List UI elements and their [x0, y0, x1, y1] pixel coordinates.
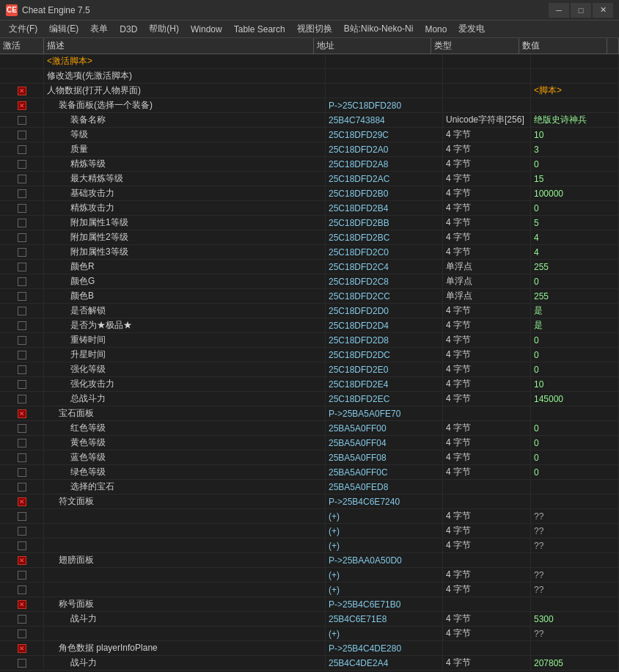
checkbox-empty[interactable]	[18, 512, 26, 521]
menu-item-B--Niko-Neko-Ni[interactable]: B站:Niko-Neko-Ni	[338, 21, 420, 37]
activate-cell[interactable]	[0, 260, 44, 274]
table-row[interactable]: (+)4 字节??	[0, 509, 619, 524]
table-row[interactable]: 质量25C18DFD2A04 字节3	[0, 142, 619, 157]
table-row[interactable]: ✕装备面板(选择一个装备)P->25C18DFD280	[0, 98, 619, 113]
checkbox-empty[interactable]	[18, 571, 26, 580]
activate-cell[interactable]	[0, 480, 44, 494]
checkbox-red-x[interactable]: ✕	[18, 409, 26, 418]
activate-cell[interactable]	[0, 392, 44, 406]
checkbox-red-x[interactable]: ✕	[18, 556, 26, 565]
activate-cell[interactable]: ✕	[0, 84, 44, 98]
checkbox-empty[interactable]	[18, 307, 26, 315]
activate-cell[interactable]	[0, 157, 44, 171]
table-row[interactable]: 是否解锁25C18DFD2D04 字节是	[0, 304, 619, 318]
menu-item-Window[interactable]: Window	[185, 21, 228, 37]
checkbox-empty[interactable]	[18, 541, 26, 550]
checkbox-empty[interactable]	[18, 527, 26, 536]
activate-cell[interactable]	[0, 509, 44, 523]
checkbox-empty[interactable]	[18, 233, 26, 242]
checkbox-empty[interactable]	[18, 659, 26, 668]
table-row[interactable]: 精炼等级25C18DFD2A84 字节0	[0, 157, 619, 172]
menu-item----[interactable]: 爱发电	[453, 21, 491, 37]
activate-cell[interactable]	[0, 216, 44, 230]
table-row[interactable]: 强化攻击力25C18DFD2E44 字节10	[0, 377, 619, 392]
table-row[interactable]: ✕宝石面板P->25BA5A0FE70	[0, 406, 619, 421]
activate-cell[interactable]: ✕	[0, 98, 44, 112]
table-row[interactable]: (+)4 字节??	[0, 524, 619, 538]
table-row[interactable]: 蓝色等级25BA5A0FF084 字节0	[0, 450, 619, 465]
activate-cell[interactable]	[0, 142, 44, 156]
checkbox-empty[interactable]	[18, 116, 26, 125]
table-row[interactable]: (+)4 字节??	[0, 627, 619, 641]
menu-item----H-[interactable]: 帮助(H)	[143, 21, 185, 37]
table-row[interactable]: 颜色B25C18DFD2CC单浮点255	[0, 289, 619, 304]
activate-cell[interactable]	[0, 377, 44, 391]
activate-cell[interactable]	[0, 656, 44, 670]
checkbox-empty[interactable]	[18, 204, 26, 213]
menu-item-D3D[interactable]: D3D	[114, 21, 143, 37]
activate-cell[interactable]	[0, 318, 44, 332]
table-row[interactable]: 颜色R25C18DFD2C4单浮点255	[0, 260, 619, 274]
activate-cell[interactable]	[0, 450, 44, 464]
table-row[interactable]: 总战斗力25C18DFD2EC4 字节145000	[0, 392, 619, 406]
menu-item----F-[interactable]: 文件(F)	[3, 21, 43, 37]
menu-item-Mono[interactable]: Mono	[419, 21, 453, 37]
checkbox-empty[interactable]	[18, 131, 26, 139]
table-row[interactable]: 重铸时间25C18DFD2D84 字节0	[0, 333, 619, 348]
table-row[interactable]: ✕翅膀面板P->25BAA0A50D0	[0, 553, 619, 568]
activate-cell[interactable]	[0, 230, 44, 244]
table-row[interactable]: ✕称号面板P->25B4C6E71B0	[0, 597, 619, 612]
activate-cell[interactable]	[0, 421, 44, 435]
checkbox-red-x[interactable]: ✕	[18, 87, 26, 95]
table-row[interactable]: 附加属性1等级25C18DFD2BB4 字节5	[0, 216, 619, 230]
checkbox-red-x[interactable]: ✕	[18, 497, 26, 506]
table-row[interactable]: 红色等级25BA5A0FF004 字节0	[0, 421, 619, 436]
checkbox-red-x[interactable]: ✕	[18, 101, 26, 110]
activate-cell[interactable]	[0, 172, 44, 186]
checkbox-empty[interactable]	[18, 145, 26, 154]
table-row[interactable]: ✕人物数据(打开人物界面)<脚本>	[0, 84, 619, 98]
activate-cell[interactable]	[0, 128, 44, 142]
activate-cell[interactable]	[0, 582, 44, 596]
table-row[interactable]: 是否为★极品★25C18DFD2D44 字节是	[0, 318, 619, 333]
checkbox-empty[interactable]	[18, 483, 26, 492]
checkbox-empty[interactable]	[18, 439, 26, 448]
checkbox-empty[interactable]	[18, 585, 26, 594]
table-row[interactable]: ✕角色数据 playerInfoPlaneP->25B4C4DE280	[0, 641, 619, 656]
checkbox-empty[interactable]	[18, 351, 26, 359]
menu-item-Table-Search[interactable]: Table Search	[228, 21, 291, 37]
activate-cell[interactable]	[0, 538, 44, 552]
activate-cell[interactable]	[0, 568, 44, 582]
minimize-button[interactable]: ─	[549, 3, 569, 18]
activate-cell[interactable]	[0, 333, 44, 347]
activate-cell[interactable]: ✕	[0, 406, 44, 420]
checkbox-empty[interactable]	[18, 160, 26, 169]
checkbox-red-x[interactable]: ✕	[18, 600, 26, 609]
checkbox-empty[interactable]	[18, 292, 26, 301]
table-row[interactable]: 颜色G25C18DFD2C8单浮点0	[0, 274, 619, 289]
table-row[interactable]: 附加属性2等级25C18DFD2BC4 字节4	[0, 230, 619, 245]
checkbox-empty[interactable]	[18, 321, 26, 330]
activate-cell[interactable]	[0, 436, 44, 450]
table-row[interactable]: 升星时间25C18DFD2DC4 字节0	[0, 348, 619, 362]
table-row[interactable]: (+)4 字节??	[0, 538, 619, 553]
activate-cell[interactable]: ✕	[0, 597, 44, 611]
table-row[interactable]: (+)4 字节??	[0, 568, 619, 582]
close-button[interactable]: ✕	[593, 3, 613, 18]
menu-item----E-[interactable]: 编辑(E)	[43, 21, 84, 37]
menu-item---[interactable]: 表单	[84, 21, 114, 37]
table-row[interactable]: 修改选项(先激活脚本)	[0, 69, 619, 84]
activate-cell[interactable]: ✕	[0, 641, 44, 655]
table-row[interactable]: 强化等级25C18DFD2E04 字节0	[0, 362, 619, 377]
maximize-button[interactable]: □	[571, 3, 591, 18]
checkbox-empty[interactable]	[18, 248, 26, 257]
table-row[interactable]: 装备名称25B4C743884Unicode字符串[256]绝版史诗神兵	[0, 113, 619, 128]
table-row[interactable]: 等级25C18DFD29C4 字节10	[0, 128, 619, 142]
checkbox-empty[interactable]	[18, 615, 26, 624]
table-row[interactable]: <激活脚本>	[0, 54, 619, 69]
table-row[interactable]: 绿色等级25BA5A0FF0C4 字节0	[0, 465, 619, 480]
activate-cell[interactable]	[0, 289, 44, 303]
checkbox-red-x[interactable]: ✕	[18, 644, 26, 653]
checkbox-empty[interactable]	[18, 263, 26, 271]
activate-cell[interactable]	[0, 54, 44, 68]
